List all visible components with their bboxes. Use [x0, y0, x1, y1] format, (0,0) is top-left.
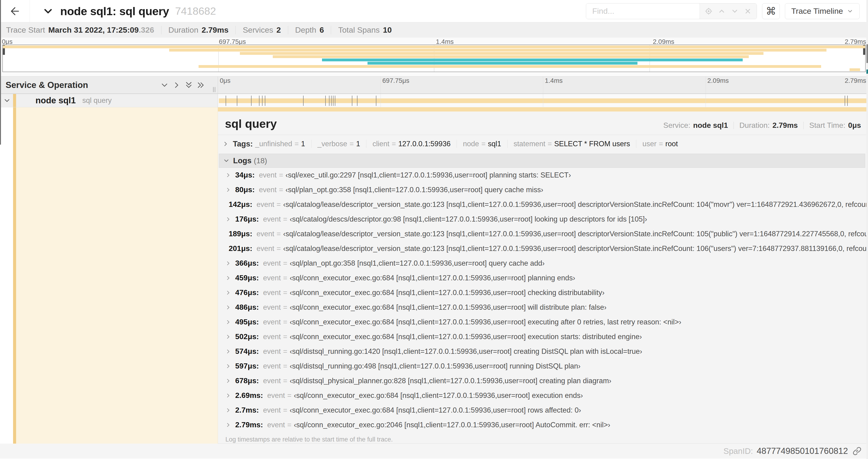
tag-item: user = root [642, 140, 678, 148]
log-row[interactable]: 2.79ms: event = ‹sql/conn_executor_exec.… [218, 418, 868, 432]
collapse-all-icon[interactable] [183, 79, 195, 91]
log-row[interactable]: 2.7ms: event = ‹sql/conn_executor_exec.g… [218, 403, 868, 418]
log-row[interactable]: 495μs: event = ‹sql/conn_executor_exec.g… [218, 315, 868, 329]
divider [161, 26, 161, 34]
chevron-right-icon [225, 289, 231, 296]
log-timestamp: 366μs: [235, 259, 259, 267]
logs-label: Logs [233, 156, 251, 165]
tag-equals: = [659, 140, 663, 148]
log-row[interactable]: 574μs: event = ‹sql/distsql_running.go:1… [218, 344, 868, 359]
chevron-down-icon[interactable] [42, 5, 54, 17]
span-collapse-icon[interactable] [0, 97, 14, 104]
chevron-right-icon [225, 260, 231, 267]
collapse-one-icon[interactable] [158, 79, 170, 91]
chevron-right-icon [225, 319, 231, 325]
back-button[interactable] [0, 0, 30, 22]
log-timestamp: 486μs: [235, 303, 259, 312]
meta-item: Depth 6 [295, 25, 324, 35]
log-row[interactable]: 678μs: event = ‹sql/distsql_physical_pla… [218, 373, 868, 388]
chevron-right-icon [225, 275, 231, 281]
grid-line [706, 76, 706, 94]
link-icon[interactable] [852, 447, 862, 456]
log-event-value: ‹sql/conn_executor_exec.go:684 [nsql1,cl… [289, 289, 604, 297]
span-row[interactable]: node sql1 sql query [0, 94, 868, 107]
grid-line [543, 94, 543, 107]
minimap-span-bar [273, 55, 749, 58]
spanid-value: 4877749850101760812 [757, 446, 848, 456]
minimap-span-bar [849, 68, 860, 71]
meta-label: Services [243, 25, 273, 35]
log-row[interactable]: 486μs: event = ‹sql/conn_executor_exec.g… [218, 300, 868, 315]
log-row[interactable]: 476μs: event = ‹sql/conn_executor_exec.g… [218, 285, 868, 300]
log-timestamp: 574μs: [235, 347, 259, 356]
keyboard-shortcuts-button[interactable]: ⌘ [762, 3, 780, 19]
clear-search-icon[interactable] [741, 5, 754, 18]
log-event-marker [357, 96, 358, 106]
log-row[interactable]: 80μs: event = ‹sql/plan_opt.go:358 [nsql… [218, 183, 868, 197]
log-event-key: event [267, 391, 285, 400]
log-event-value: ‹sql/catalog/descs/descriptor.go:98 [nsq… [289, 215, 647, 223]
log-row[interactable]: 597μs: event = ‹sql/distsql_running.go:4… [218, 359, 868, 373]
log-timestamp: 459μs: [235, 273, 259, 282]
column-resizer-handle[interactable] [212, 87, 215, 92]
log-event-value: ‹sql/conn_executor_exec.go:684 [nsql1,cl… [289, 406, 581, 415]
log-event-key: event [267, 421, 285, 429]
log-event-marker [259, 96, 259, 106]
log-row[interactable]: 142μs: event = ‹sql/catalog/lease/descri… [218, 197, 868, 212]
span-timeline-cell[interactable] [218, 94, 868, 107]
log-row[interactable]: 189μs: event = ‹sql/catalog/lease/descri… [218, 226, 868, 241]
log-event-key: event [256, 200, 274, 209]
service-operation-header: Service & Operation [0, 80, 88, 90]
log-equals: = [283, 289, 287, 297]
log-event-value: ‹sql/conn_executor_exec.go:684 [nsql1,cl… [289, 274, 575, 282]
log-event-key: event [263, 362, 281, 370]
prev-match-icon[interactable] [715, 5, 728, 18]
log-row[interactable]: 366μs: event = ‹sql/plan_opt.go:358 [nsq… [218, 256, 868, 270]
expand-one-icon[interactable] [170, 79, 183, 91]
meta-label: Duration [168, 25, 198, 35]
log-row[interactable]: 34μs: event = ‹sql/exec_util.go:2297 [ns… [218, 168, 868, 183]
trace-view-selector[interactable]: Trace Timeline [785, 3, 860, 19]
log-timestamp: 476μs: [235, 288, 259, 297]
meta-label: Total Spans [338, 25, 380, 35]
locate-icon[interactable] [702, 5, 715, 18]
log-row[interactable]: 502μs: event = ‹sql/conn_executor_exec.g… [218, 329, 868, 344]
log-row[interactable]: 176μs: event = ‹sql/catalog/descs/descri… [218, 212, 868, 226]
find-input[interactable] [586, 3, 700, 19]
logs-toggle-row[interactable]: Logs (18) [219, 154, 865, 168]
log-row[interactable]: 201μs: event = ‹sql/catalog/lease/descri… [218, 241, 868, 256]
log-event-marker [331, 96, 332, 106]
chevron-right-icon [225, 348, 231, 355]
tag-value: 1 [356, 140, 360, 148]
tag-item: node = sql1 [463, 140, 501, 148]
log-event-marker [333, 96, 334, 106]
expand-all-icon[interactable] [195, 79, 207, 91]
spanid-label: SpanID: [723, 447, 753, 456]
log-equals: = [287, 421, 291, 429]
time-tick-label: 1.4ms [545, 77, 563, 85]
chevron-right-icon [225, 392, 231, 399]
log-row[interactable]: 459μs: event = ‹sql/conn_executor_exec.g… [218, 270, 868, 285]
tag-value: root [665, 140, 678, 148]
scrollbar-track[interactable] [866, 0, 868, 459]
window-left-edge [0, 0, 1, 144]
meta-item: Services 2 [243, 25, 281, 35]
log-equals: = [283, 303, 287, 312]
service-tint-column [13, 107, 218, 444]
meta-item: Duration 2.79ms [168, 25, 229, 35]
timeline-minimap[interactable] [2, 44, 866, 72]
log-event-marker [325, 96, 326, 106]
tags-toggle-row[interactable]: Tags: _unfinished = 1 _verbose = 1 clien… [222, 138, 868, 150]
time-tick-label: 0μs [220, 77, 230, 85]
app-header: node sql1: sql query 7418682 ⌘ [0, 0, 868, 22]
log-equals: = [279, 186, 283, 194]
next-match-icon[interactable] [728, 5, 741, 18]
log-event-marker [262, 96, 262, 106]
detail-header[interactable]: sql query Service: node sql1 Duration: 2… [218, 111, 868, 131]
span-service-name: node sql1 [35, 96, 76, 105]
scrollbar-thumb[interactable] [866, 44, 868, 63]
log-event-key: event [263, 274, 281, 282]
log-row[interactable]: 2.69ms: event = ‹sql/conn_executor_exec.… [218, 388, 868, 403]
meta-value: March 31 2022, 17:25:09 [48, 25, 138, 35]
log-event-value: ‹sql/distsql_running.go:1420 [nsql1,clie… [289, 347, 642, 356]
